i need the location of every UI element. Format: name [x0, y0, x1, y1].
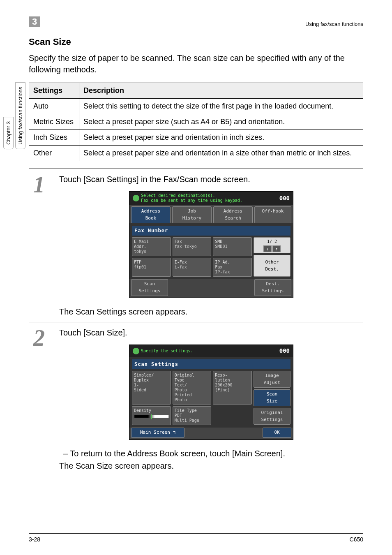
step1-text: Touch [Scan Settings] in the Fax/Scan mo… — [59, 173, 363, 185]
fax-number-label: Fax Number — [132, 226, 291, 236]
step-1: 1 Touch [Scan Settings] in the Fax/Scan … — [29, 173, 363, 318]
step-number-2: 2 — [29, 326, 49, 349]
page-up-button[interactable]: ↑ — [272, 245, 281, 252]
resolution-button[interactable]: Reso-lution200x200(Fine) — [213, 371, 252, 405]
dest-fax[interactable]: Faxfax-tokyo — [173, 237, 212, 256]
footer-left: 3-28 — [29, 536, 40, 543]
cell-label: Density — [134, 408, 151, 413]
lcd2-count: 000 — [279, 347, 290, 355]
cell: Select this setting to detect the size o… — [79, 99, 363, 114]
simplex-duplex-button[interactable]: Simplex/Duplex1-Sided — [132, 371, 171, 405]
cell-label: OriginalType — [175, 373, 194, 382]
cell-label: File Type — [175, 408, 197, 413]
dest-smb[interactable]: SMBSMB01 — [213, 237, 252, 256]
cell-value: 200x200(Fine) — [215, 383, 250, 393]
dest-label: SMB — [215, 239, 222, 244]
pager: 1/ 2 ↓ ↑ — [254, 237, 291, 253]
tab-address-book[interactable]: AddressBook — [131, 206, 171, 223]
scan-settings-title: Scan Settings — [132, 359, 291, 369]
dest-label: E-MailAddr. — [134, 239, 149, 249]
page-header: 3 Using fax/scan functions — [29, 16, 363, 29]
dest-value: i-fax — [175, 265, 210, 270]
chapter-number: 3 — [29, 16, 40, 27]
cell: Select a preset paper size and orientati… — [79, 146, 363, 161]
cell-value: 1-Sided — [134, 383, 169, 393]
original-settings-button[interactable]: OriginalSettings — [254, 408, 291, 425]
tab-job-history[interactable]: JobHistory — [172, 206, 212, 223]
dest-value: tokyo — [134, 249, 169, 254]
settings-table: Settings Description AutoSelect this set… — [29, 83, 363, 161]
dest-value: IP-fax — [215, 270, 250, 275]
dest-ipfax[interactable]: IP Ad.FaxIP-fax — [213, 258, 252, 277]
step2-bullet: – To return to the Address Book screen, … — [63, 447, 363, 460]
density-bar — [134, 415, 169, 418]
image-adjust-button[interactable]: ImageAdjust — [254, 371, 291, 388]
header-right-text: Using fax/scan functions — [305, 21, 363, 27]
dest-ftp[interactable]: FTPftp01 — [132, 258, 171, 277]
off-hook-button[interactable]: Off-Hook — [254, 206, 291, 223]
section-title: Scan Size — [29, 37, 363, 47]
footer-right: C650 — [350, 536, 363, 543]
th-description: Description — [79, 83, 363, 99]
cell: Inch Sizes — [29, 130, 79, 146]
step2-text: Touch [Scan Size]. — [59, 326, 363, 339]
cell: Metric Sizes — [29, 114, 79, 130]
sidetab-functions: Using fax/scan functions — [15, 82, 25, 149]
original-type-button[interactable]: OriginalTypeText/PhotoPrintedPhoto — [173, 371, 212, 405]
cell: Other — [29, 146, 79, 161]
cell-value: PDFMulti Page — [175, 413, 210, 423]
ok-button[interactable]: OK — [263, 428, 291, 438]
lcd1-msg1: Select desired destination(s). — [141, 193, 242, 198]
cell-value: Text/Photo — [175, 383, 210, 393]
cell: Select a preset paper size and orientati… — [79, 130, 363, 146]
file-type-button[interactable]: File TypePDFMulti Page — [173, 406, 212, 425]
page-footer: 3-28 C650 — [29, 533, 363, 543]
section-intro: Specify the size of paper to be scanned.… — [29, 52, 363, 75]
cell: Select a preset paper size (such as A4 o… — [79, 114, 363, 130]
side-tabs: Chapter 3 Using fax/scan functions — [3, 82, 25, 155]
dest-label: FTP — [134, 260, 141, 264]
dest-value: SMB01 — [215, 244, 250, 249]
lcd2-msg: Specify the settings. — [141, 349, 193, 354]
cell-value2: PrintedPhoto — [175, 393, 210, 402]
lcd1-count: 000 — [279, 194, 290, 203]
step2-after: The Scan Size screen appears. — [59, 460, 363, 472]
lcd1-msg2: Fax can be sent at any time using keypad… — [141, 198, 242, 203]
dest-settings-button[interactable]: Dest.Settings — [254, 279, 291, 296]
dest-label: Fax — [175, 239, 182, 244]
lcd-fax-scan-screen: Select desired destination(s). Fax can b… — [129, 191, 293, 298]
step-number-1: 1 — [29, 173, 49, 196]
table-row: AutoSelect this setting to detect the si… — [29, 99, 363, 114]
scan-size-button[interactable]: ScanSize — [254, 389, 291, 406]
step-2: 2 Touch [Scan Size]. Specify the setting… — [29, 326, 363, 472]
cell-label: Simplex/Duplex — [134, 373, 154, 382]
dest-label: I-Fax — [175, 260, 187, 264]
main-screen-button[interactable]: Main Screen ↰ — [131, 428, 184, 438]
step1-after: The Scan Settings screen appears. — [59, 305, 363, 318]
page-down-button[interactable]: ↓ — [263, 245, 272, 252]
dest-ifax[interactable]: I-Faxi-fax — [173, 258, 212, 277]
table-row: Inch SizesSelect a preset paper size and… — [29, 130, 363, 146]
dest-value: ftp01 — [134, 265, 169, 270]
cell: Auto — [29, 99, 79, 114]
sidetab-chapter: Chapter 3 — [3, 117, 14, 149]
status-icon — [133, 195, 139, 201]
table-row: Metric SizesSelect a preset paper size (… — [29, 114, 363, 130]
dest-label: IP Ad.Fax — [215, 260, 230, 269]
status-icon — [133, 348, 139, 354]
pager-text: 1/ 2 — [267, 239, 277, 244]
table-row: OtherSelect a preset paper size and orie… — [29, 146, 363, 161]
th-settings: Settings — [29, 83, 79, 99]
scan-settings-button[interactable]: ScanSettings — [131, 279, 168, 296]
cell-label: Reso-lution — [215, 373, 230, 382]
density-button[interactable]: Density — [132, 406, 171, 425]
tab-address-search[interactable]: AddressSearch — [213, 206, 253, 223]
other-dest-button[interactable]: OtherDest. — [254, 255, 291, 277]
dest-email[interactable]: E-MailAddr.tokyo — [132, 237, 171, 256]
dest-value: fax-tokyo — [175, 244, 210, 249]
lcd-scan-settings-screen: Specify the settings. 000 Scan Settings … — [129, 345, 293, 440]
